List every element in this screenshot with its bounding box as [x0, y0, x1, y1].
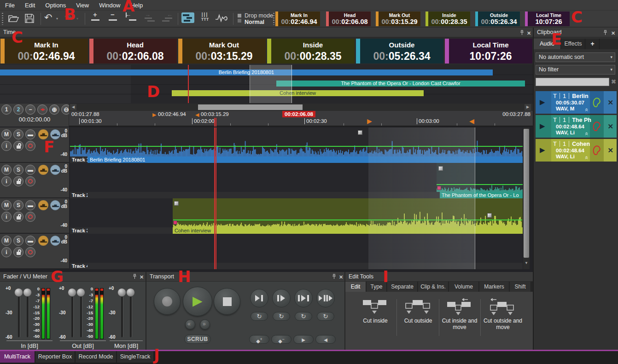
- toolbar-grip[interactable]: [2, 13, 3, 25]
- tab-record-mode[interactable]: Record Mode: [76, 351, 117, 363]
- fader-track[interactable]: [121, 290, 123, 337]
- loop-button[interactable]: ↻: [273, 312, 290, 321]
- overview-timeline[interactable]: Berlin Briefing 20180801 The Phantom of …: [0, 64, 533, 104]
- info-button[interactable]: i: [1, 141, 12, 151]
- remove-item-icon[interactable]: ✕: [607, 122, 613, 131]
- overview-playhead[interactable]: [188, 65, 189, 103]
- horizontal-scrollbar[interactable]: ◀ ▶: [69, 104, 533, 111]
- add-tab-button[interactable]: +: [586, 39, 600, 49]
- lock-icon[interactable]: [13, 247, 23, 257]
- menu-window[interactable]: Window: [94, 0, 125, 11]
- play-to-mark-button[interactable]: [250, 289, 268, 307]
- layout-1-button[interactable]: 1: [1, 104, 12, 115]
- info-button[interactable]: i: [1, 176, 12, 186]
- close-icon[interactable]: ✕: [527, 30, 531, 36]
- remove-track-icon[interactable]: −: [108, 12, 120, 24]
- minimize-track-icon[interactable]: ▬: [25, 129, 35, 139]
- clear-search-icon[interactable]: ✖: [611, 78, 616, 85]
- fader-knob[interactable]: [23, 288, 32, 297]
- play-button[interactable]: ▶: [183, 287, 212, 316]
- playhead[interactable]: [214, 127, 215, 269]
- fader-knob[interactable]: [14, 288, 23, 297]
- fader-knob[interactable]: [126, 288, 135, 297]
- solo-button[interactable]: S: [13, 165, 23, 175]
- time-selection-region[interactable]: [368, 127, 475, 269]
- menu-file[interactable]: File: [0, 0, 20, 11]
- cut-outside-move-tool[interactable]: Cut outside and move: [482, 298, 524, 330]
- scroll-down-icon[interactable]: ▼: [523, 261, 530, 265]
- markers-icon[interactable]: ◀▶: [37, 104, 47, 115]
- meter-mode-icon[interactable]: ▃▆▂: [38, 200, 48, 210]
- remove-marker-button[interactable]: ◆−: [271, 335, 292, 344]
- close-icon[interactable]: ✕: [339, 274, 343, 280]
- expand-icon[interactable]: «: [583, 156, 590, 158]
- ripple-insert-icon[interactable]: →: [144, 12, 157, 24]
- ear-icon[interactable]: [592, 145, 601, 156]
- record-button[interactable]: [154, 288, 181, 315]
- undo-dropdown-icon[interactable]: ▾: [56, 17, 58, 21]
- track-text-view-icon[interactable]: |||TTT: [199, 12, 211, 24]
- tab-clip-ins[interactable]: Clip & Ins.: [418, 282, 449, 292]
- menu-edit[interactable]: Edit: [20, 0, 40, 11]
- play-icon[interactable]: ▶: [540, 98, 545, 106]
- undo-icon[interactable]: ↶: [44, 12, 52, 23]
- track-name[interactable]: Track 3: [70, 227, 87, 234]
- scrollbar-thumb[interactable]: [198, 104, 303, 110]
- clip-marker-icon[interactable]: [487, 213, 492, 218]
- minimize-track-icon[interactable]: ▬: [25, 200, 35, 210]
- vertical-scrollbar[interactable]: ▼: [523, 127, 530, 269]
- overview-clip[interactable]: Berlin Briefing 20180801: [0, 69, 493, 75]
- prev-marker-button[interactable]: ◀: [315, 335, 336, 344]
- toolbar-grip[interactable]: [273, 13, 274, 25]
- playhead[interactable]: [216, 127, 216, 269]
- scrollbar-thumb[interactable]: [524, 129, 529, 258]
- play-around-marks-button[interactable]: [316, 289, 335, 307]
- layout-2-button[interactable]: 2: [13, 104, 23, 115]
- tab-multitrack[interactable]: MultiTrack: [0, 351, 35, 363]
- tab-separate[interactable]: Separate: [387, 282, 418, 292]
- lock-icon[interactable]: [13, 176, 23, 186]
- clip-view-icon[interactable]: [181, 12, 194, 23]
- tab-effects[interactable]: Effects: [561, 39, 585, 49]
- clipboard-item[interactable]: ▶ T1Berlin 00:05:30.07 WAV, M « ✕: [536, 91, 617, 114]
- info-button[interactable]: i: [1, 247, 12, 257]
- minimize-icon[interactable]: −: [25, 104, 35, 115]
- ruler-playhead[interactable]: [214, 118, 215, 127]
- mark-out-marker-icon[interactable]: ◀: [195, 112, 199, 117]
- sort-dropdown[interactable]: No automatic sort▾: [536, 52, 615, 62]
- ear-icon[interactable]: [592, 97, 601, 108]
- minimize-track-icon[interactable]: ▬: [25, 236, 35, 246]
- loop-out-marker-icon[interactable]: ◀: [469, 118, 474, 124]
- add-track-icon[interactable]: +: [90, 12, 102, 24]
- rewind-button[interactable]: «: [185, 319, 195, 329]
- close-icon[interactable]: ✕: [611, 30, 615, 36]
- loop-button[interactable]: ↻: [295, 312, 312, 321]
- record-arm-icon[interactable]: [25, 141, 35, 151]
- search-input[interactable]: [536, 78, 609, 86]
- zoom-in-icon[interactable]: ⊕: [49, 104, 59, 115]
- expand-icon[interactable]: «: [583, 108, 590, 110]
- play-between-marks-button[interactable]: [294, 289, 313, 307]
- clip-marker-icon[interactable]: [358, 130, 362, 135]
- cut-outside-tool[interactable]: Cut outside: [397, 298, 439, 324]
- cut-inside-tool[interactable]: Cut inside: [354, 298, 396, 324]
- forward-button[interactable]: »: [200, 319, 210, 329]
- expand-icon[interactable]: «: [583, 132, 590, 134]
- solo-button[interactable]: S: [13, 200, 23, 210]
- loop-in-marker-icon[interactable]: ▶: [367, 118, 372, 124]
- track-name[interactable]: Track 4: [70, 263, 87, 269]
- mark-in-marker-icon[interactable]: ▶: [152, 112, 156, 117]
- fader-track[interactable]: [27, 290, 29, 337]
- fader-knob[interactable]: [117, 288, 126, 297]
- overview-clip[interactable]: Cohen interview: [172, 90, 424, 96]
- tab-reporter-box[interactable]: Reporter Box: [35, 351, 75, 363]
- drop-mode-value[interactable]: Normal: [245, 19, 264, 25]
- fader-track[interactable]: [71, 290, 73, 337]
- solo-button[interactable]: S: [13, 129, 23, 139]
- track-name[interactable]: Track 2: [70, 192, 87, 198]
- record-arm-icon[interactable]: [25, 212, 35, 222]
- solo-button[interactable]: S: [13, 236, 23, 246]
- envelope-point-icon[interactable]: [173, 220, 177, 225]
- pin-icon[interactable]: [519, 30, 525, 35]
- fader-knob[interactable]: [68, 288, 76, 297]
